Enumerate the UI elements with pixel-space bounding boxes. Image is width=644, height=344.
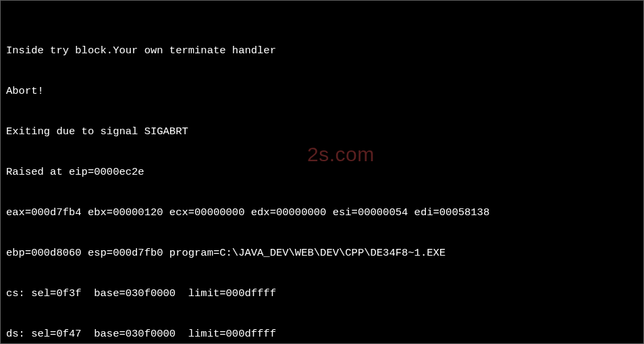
- output-line: cs: sel=0f3f base=030f0000 limit=000dfff…: [6, 287, 638, 300]
- output-line: ds: sel=0f47 base=030f0000 limit=000dfff…: [6, 327, 638, 341]
- output-line: eax=000d7fb4 ebx=00000120 ecx=00000000 e…: [6, 206, 638, 219]
- output-line: Abort!: [6, 84, 638, 98]
- terminal-window: 2s.com Inside try block.Your own termina…: [0, 0, 644, 344]
- output-line: ebp=000d8060 esp=000d7fb0 program=C:\JAV…: [6, 246, 638, 260]
- output-line: Raised at eip=0000ec2e: [6, 165, 638, 179]
- output-line: Inside try block.Your own terminate hand…: [6, 44, 638, 57]
- watermark-text: 2s.com: [307, 148, 375, 161]
- output-line: Exiting due to signal SIGABRT: [6, 125, 638, 138]
